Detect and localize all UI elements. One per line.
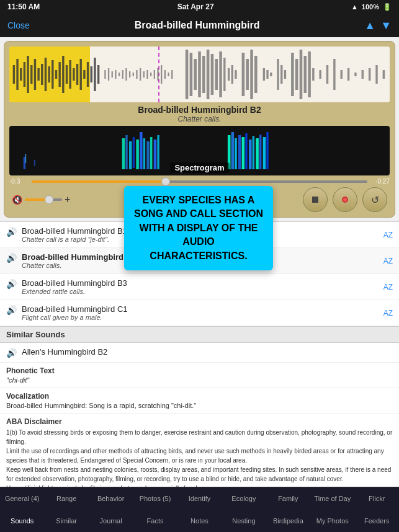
nav-item[interactable]: Range (44, 487, 88, 510)
speaker-icon: 🔊 (6, 227, 17, 237)
nav-item[interactable]: Journal (89, 510, 133, 532)
wifi-icon: ▲ (351, 3, 358, 11)
az-badge[interactable]: AZ (383, 257, 393, 265)
nav-item[interactable]: Sounds (0, 510, 44, 532)
svg-rect-70 (300, 50, 303, 99)
svg-rect-34 (136, 70, 137, 79)
az-badge[interactable]: AZ (383, 309, 393, 317)
svg-rect-43 (168, 73, 169, 76)
nav-item[interactable]: General (4) (0, 487, 44, 510)
similar-sound-item[interactable]: 🔊 Allen's Hummingbird B2 (0, 343, 399, 363)
nav-item[interactable]: Time of Day (310, 487, 354, 510)
svg-rect-102 (242, 137, 245, 169)
stop-button[interactable] (303, 187, 328, 212)
similar-speaker-icon: 🔊 (6, 348, 17, 358)
nav-item[interactable]: Nesting (222, 510, 266, 532)
svg-rect-60 (250, 50, 253, 99)
nav-item[interactable]: Identify (177, 487, 222, 510)
svg-rect-52 (215, 59, 218, 90)
arrow-down-icon[interactable]: ▼ (380, 19, 392, 32)
nav-item[interactable]: Flickr (355, 487, 399, 510)
svg-rect-81 (369, 68, 370, 81)
svg-rect-10 (48, 66, 50, 82)
nav-item[interactable]: Photos (5) (133, 487, 177, 510)
svg-rect-54 (223, 58, 225, 91)
audio-song-subtitle: Chatter calls. (9, 115, 390, 123)
svg-rect-13 (58, 62, 60, 87)
svg-rect-101 (238, 135, 241, 169)
svg-rect-88 (125, 135, 127, 169)
svg-rect-8 (41, 64, 43, 85)
close-button[interactable]: Close (7, 20, 30, 30)
nav-item[interactable]: Ecology (222, 487, 266, 510)
svg-rect-29 (119, 73, 120, 76)
nav-item[interactable]: Notes (177, 510, 222, 532)
vocalization-text: Broad-billed Hummingbird: Song is a rapi… (6, 402, 393, 409)
svg-rect-87 (122, 138, 125, 169)
svg-rect-6 (34, 59, 36, 90)
arrow-up-icon[interactable]: ▲ (364, 19, 375, 32)
status-right: ▲ 100% 🔋 (351, 3, 392, 11)
nav-item[interactable]: My Photos (310, 510, 354, 532)
svg-rect-21 (87, 62, 89, 87)
svg-rect-61 (254, 56, 258, 93)
scrubber-thumb[interactable] (161, 177, 170, 186)
svg-rect-110 (312, 197, 318, 203)
svg-rect-68 (291, 53, 294, 96)
svg-rect-20 (83, 70, 85, 79)
svg-rect-11 (52, 60, 53, 89)
nav-item[interactable]: Facts (133, 510, 177, 532)
nav-item[interactable]: Similar (44, 510, 88, 532)
nav-item[interactable]: Behavior (89, 487, 133, 510)
svg-rect-4 (27, 56, 29, 93)
battery-label: 100% (362, 3, 379, 11)
svg-rect-27 (112, 71, 113, 78)
svg-rect-56 (231, 65, 233, 84)
battery-icon: 🔋 (383, 3, 392, 11)
svg-rect-44 (171, 70, 173, 79)
svg-rect-93 (143, 138, 145, 169)
az-badge[interactable]: AZ (383, 231, 393, 239)
az-badge[interactable]: AZ (383, 283, 393, 291)
nav-item[interactable]: Feeders (355, 510, 399, 532)
svg-rect-77 (341, 70, 343, 79)
volume-track[interactable] (25, 198, 62, 201)
header-title: Broad-billed Hummingbird (135, 20, 260, 31)
svg-rect-7 (37, 68, 39, 81)
similar-sound-name: Allen's Hummingbird B2 (22, 347, 393, 357)
speaker-icon: 🔊 (6, 253, 17, 263)
time-start: -0:3 (9, 178, 28, 185)
svg-rect-66 (280, 65, 282, 84)
scrubber-track[interactable] (32, 180, 367, 183)
svg-rect-59 (246, 59, 249, 90)
nav-item[interactable]: Birdipedia (266, 510, 310, 532)
song-info: Broad-billed Hummingbird C1 Flight call … (22, 304, 381, 321)
record-button[interactable] (333, 187, 357, 212)
svg-rect-19 (80, 59, 82, 90)
svg-rect-42 (164, 70, 166, 79)
waveform-container[interactable] (9, 47, 390, 102)
nav-item[interactable]: Family (266, 487, 310, 510)
svg-rect-96 (154, 140, 157, 169)
svg-rect-65 (277, 59, 279, 90)
svg-rect-80 (362, 70, 364, 79)
svg-rect-38 (150, 73, 151, 76)
spectrogram-container: Spectrogram (9, 126, 390, 175)
tooltip-text: EVERY SPECIES HAS A SONG AND CALL SECTIO… (134, 195, 263, 261)
song-info: Broad-billed Hummingbird B3 Extended rat… (22, 278, 381, 295)
svg-rect-92 (140, 132, 143, 169)
svg-rect-94 (146, 141, 150, 169)
loop-button[interactable]: ↺ (362, 187, 387, 212)
svg-rect-3 (24, 62, 25, 87)
song-desc: Extended rattle calls. (22, 288, 381, 295)
nav-row-bottom: SoundsSimilarJournalFactsNotesNestingBir… (0, 510, 399, 532)
volume-thumb[interactable] (45, 195, 53, 204)
svg-rect-31 (125, 68, 127, 81)
song-item[interactable]: 🔊 Broad-billed Hummingbird B3 Extended r… (0, 274, 399, 300)
svg-rect-40 (157, 68, 158, 81)
svg-rect-86 (34, 160, 35, 166)
phonetic-text: "chi-dit" (6, 376, 393, 384)
bottom-nav: General (4)RangeBehaviorPhotos (5)Identi… (0, 487, 399, 532)
song-item[interactable]: 🔊 Broad-billed Hummingbird C1 Flight cal… (0, 300, 399, 326)
svg-rect-105 (253, 136, 254, 169)
